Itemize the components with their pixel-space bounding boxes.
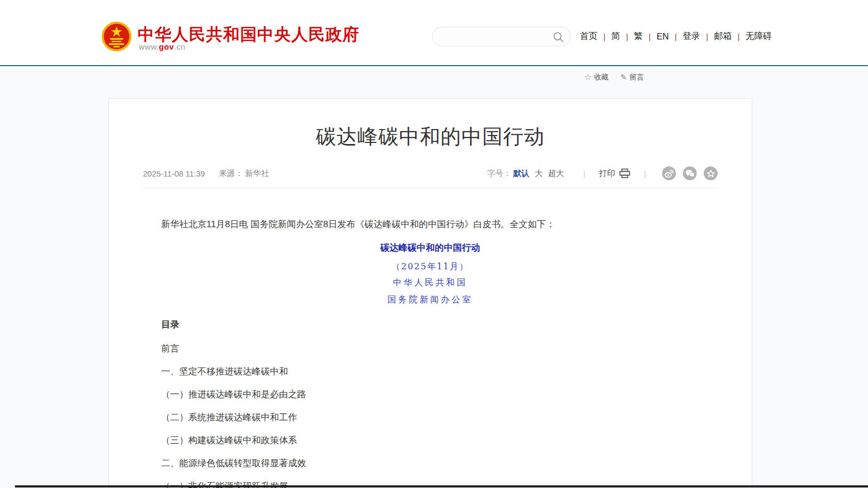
pencil-icon: ✎	[620, 73, 627, 82]
favorite-label: 收藏	[594, 73, 608, 82]
nav-separator: |	[621, 32, 633, 41]
nav-separator: |	[732, 32, 744, 41]
weibo-share-icon[interactable]	[662, 166, 676, 180]
nav-login[interactable]: 登录	[682, 30, 702, 42]
nav-separator: |	[644, 32, 656, 41]
publish-date: 2025-11-08 11:39	[143, 169, 205, 178]
share-icons	[662, 166, 718, 180]
document-title: 碳达峰碳中和的中国行动	[143, 243, 718, 253]
toc-item-1: 一、坚定不移推进碳达峰碳中和	[143, 366, 718, 377]
nav-home[interactable]: 首页	[579, 30, 599, 42]
font-size-xlarge[interactable]: 超大	[548, 169, 564, 179]
header-divider	[0, 65, 868, 66]
page-actions: ☆ 收藏 ✎ 留言	[584, 73, 644, 82]
source-label: 来源：	[219, 169, 243, 178]
url-suffix: .cn	[174, 42, 186, 51]
favorite-button[interactable]: ☆ 收藏	[584, 73, 608, 82]
wechat-share-icon[interactable]	[683, 166, 697, 180]
meta-separator: |	[583, 169, 585, 178]
comment-label: 留言	[630, 73, 644, 82]
nav-traditional[interactable]: 繁	[633, 30, 644, 42]
toc-item-1-1: （一）推进碳达峰碳中和是必由之路	[143, 389, 718, 400]
search-input[interactable]	[441, 29, 548, 44]
article-body: 新华社北京11月8日电 国务院新闻办公室8日发布《碳达峰碳中和的中国行动》白皮书…	[143, 188, 718, 488]
nav-simplified[interactable]: 简	[610, 30, 622, 42]
site-header: 中华人民共和国中央人民政府 www.gov.cn 首页 | 简 | 繁 | EN…	[0, 0, 868, 65]
print-button[interactable]: 打印	[599, 169, 630, 179]
source-value[interactable]: 新华社	[245, 169, 269, 178]
meta-separator: |	[644, 169, 646, 178]
national-emblem-logo[interactable]	[101, 21, 132, 52]
print-label: 打印	[599, 169, 615, 179]
more-share-icon[interactable]	[704, 166, 718, 180]
toc-item-1-2: （二）系统推进碳达峰碳中和工作	[143, 412, 718, 423]
comment-button[interactable]: ✎ 留言	[620, 73, 644, 82]
toc-item-1-3: （三）构建碳达峰碳中和政策体系	[143, 435, 718, 446]
star-icon: ☆	[584, 73, 591, 82]
font-size-default[interactable]: 默认	[513, 169, 529, 179]
search-box[interactable]	[432, 27, 571, 46]
toc-item-preface: 前言	[143, 343, 718, 354]
printer-icon	[619, 169, 630, 178]
nav-separator: |	[599, 32, 610, 41]
page: 中华人民共和国中央人民政府 www.gov.cn 首页 | 简 | 繁 | EN…	[0, 0, 868, 488]
article-title: 碳达峰碳中和的中国行动	[143, 123, 718, 150]
search-icon[interactable]	[553, 31, 564, 43]
nav-mail[interactable]: 邮箱	[713, 30, 732, 42]
nav-english[interactable]: EN	[656, 31, 670, 42]
url-gov: gov	[159, 42, 174, 51]
top-nav: 首页 | 简 | 繁 | EN | 登录 | 邮箱 | 无障碍	[579, 30, 773, 43]
site-url: www.gov.cn	[139, 42, 186, 51]
document-org-line2: 国务院新闻办公室	[143, 294, 718, 305]
toc-heading: 目录	[143, 319, 718, 330]
document-org-line1: 中华人民共和国	[143, 277, 718, 288]
document-date: （2025年11月）	[143, 261, 718, 272]
nav-accessibility[interactable]: 无障碍	[744, 30, 773, 42]
nav-separator: |	[702, 32, 713, 41]
source: 来源： 新华社	[219, 169, 269, 179]
nav-separator: |	[670, 32, 682, 41]
lead-paragraph: 新华社北京11月8日电 国务院新闻办公室8日发布《碳达峰碳中和的中国行动》白皮书…	[143, 219, 718, 230]
toc-item-2: 二、能源绿色低碳转型取得显著成效	[143, 458, 718, 469]
window-bottom-edge	[15, 485, 868, 487]
article-meta: 2025-11-08 11:39 来源： 新华社 字号： 默认 大 超大 | 打…	[143, 166, 718, 188]
article-container: 碳达峰碳中和的中国行动 2025-11-08 11:39 来源： 新华社 字号：…	[108, 98, 752, 488]
font-size-large[interactable]: 大	[535, 169, 543, 179]
font-size-label: 字号：	[487, 169, 511, 179]
url-prefix: www.	[139, 42, 159, 51]
